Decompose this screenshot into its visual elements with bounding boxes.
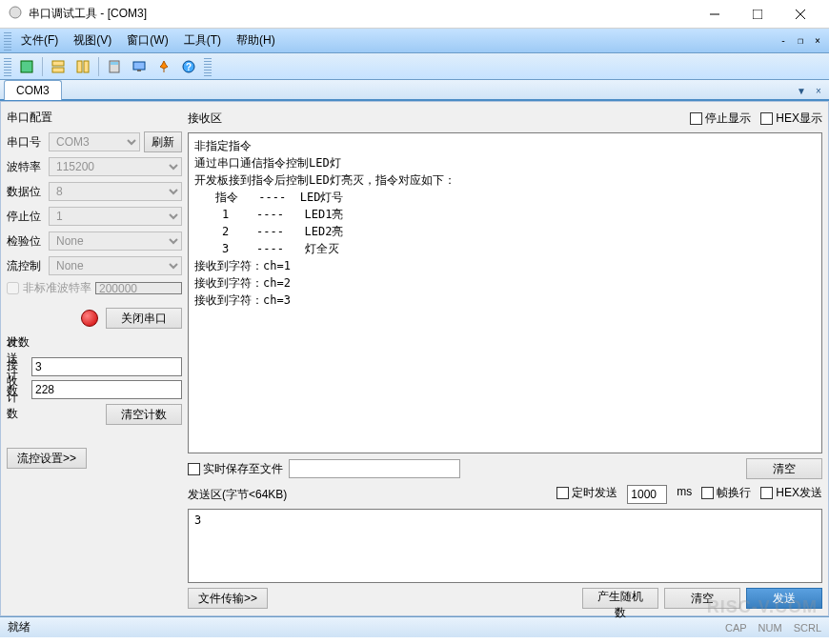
toolbar-calc-icon[interactable] [103, 55, 126, 78]
timed-send-checkbox[interactable]: 定时发送 [556, 485, 617, 504]
tab-dropdown-icon[interactable]: ▼ [795, 84, 808, 97]
svg-rect-7 [52, 68, 64, 72]
file-transfer-button[interactable]: 文件传输>> [188, 588, 268, 609]
port-select[interactable]: COM3 [49, 132, 140, 151]
nonstd-input[interactable] [95, 282, 182, 294]
main-content: 串口配置 串口号 COM3 刷新 波特率 115200 数据位 8 停止位 1 … [0, 101, 829, 616]
svg-rect-9 [84, 61, 89, 72]
svg-rect-8 [77, 61, 82, 72]
toolbar-grip-icon [4, 57, 11, 76]
baud-select[interactable]: 115200 [49, 157, 182, 176]
left-panel: 串口配置 串口号 COM3 刷新 波特率 115200 数据位 8 停止位 1 … [7, 108, 182, 610]
config-title: 串口配置 [7, 108, 182, 128]
toolbar-separator [42, 57, 43, 76]
mdi-close-icon[interactable]: × [810, 33, 825, 49]
recv-clear-button[interactable]: 清空 [746, 458, 822, 479]
status-cap: CAP [725, 622, 747, 634]
baud-label: 波特率 [7, 159, 45, 175]
mdi-restore-icon[interactable]: ❐ [793, 33, 808, 49]
svg-rect-2 [753, 10, 762, 19]
svg-rect-12 [133, 62, 145, 70]
stop-display-checkbox[interactable]: 停止显示 [690, 111, 751, 127]
counts-title: 计数 [7, 332, 182, 352]
ms-label: ms [677, 485, 692, 504]
toolbar-help-icon[interactable]: ? [177, 55, 200, 78]
menu-view[interactable]: 视图(V) [66, 30, 119, 51]
tab-close-icon[interactable]: × [812, 84, 825, 97]
minimize-button[interactable] [693, 1, 736, 28]
flow-label: 流控制 [7, 258, 45, 274]
menu-file[interactable]: 文件(F) [13, 30, 66, 51]
hex-send-checkbox[interactable]: HEX发送 [760, 485, 822, 504]
toolbar-monitor-icon[interactable] [128, 55, 151, 78]
status-scrl: SCRL [794, 622, 821, 634]
flow-settings-button[interactable]: 流控设置>> [7, 448, 87, 469]
toolbar: ? [0, 53, 829, 80]
window-title: 串口调试工具 - [COM3] [29, 6, 693, 22]
hex-display-checkbox[interactable]: HEX显示 [760, 111, 822, 127]
toolbar-grip-end-icon [204, 57, 212, 76]
tab-com3[interactable]: COM3 [4, 80, 62, 100]
maximize-button[interactable] [736, 1, 778, 28]
databits-select[interactable]: 8 [49, 182, 182, 201]
close-port-button[interactable]: 关闭串口 [106, 308, 182, 329]
parity-select[interactable]: None [49, 231, 182, 251]
svg-rect-5 [21, 61, 32, 72]
databits-label: 数据位 [7, 184, 45, 200]
toolbar-tile-h-icon[interactable] [47, 55, 70, 78]
nonstd-checkbox[interactable] [7, 282, 19, 294]
port-label: 串口号 [7, 134, 45, 151]
status-ready: 就绪 [8, 619, 30, 635]
menu-window[interactable]: 窗口(W) [119, 30, 175, 51]
toolbar-tile-v-icon[interactable] [71, 55, 94, 78]
stopbits-label: 停止位 [7, 209, 45, 225]
recv-title: 接收区 [188, 111, 222, 127]
statusbar: 就绪 CAP NUM SCRL [0, 616, 829, 637]
status-num: NUM [758, 622, 782, 634]
frame-wrap-checkbox[interactable]: 帧换行 [701, 485, 751, 504]
app-icon [8, 5, 29, 23]
toolbar-separator [98, 57, 99, 76]
recv-textarea[interactable]: 非指定指令 通过串口通信指令控制LED灯 开发板接到指令后控制LED灯亮灭，指令… [188, 132, 822, 453]
toolbar-new-icon[interactable] [15, 55, 38, 78]
clear-counts-button[interactable]: 清空计数 [106, 404, 182, 425]
svg-rect-6 [52, 61, 64, 66]
mdi-minimize-icon[interactable]: - [776, 33, 791, 49]
close-button[interactable] [778, 1, 821, 28]
send-count-input[interactable] [31, 357, 182, 376]
menu-grip-icon [4, 31, 11, 50]
svg-rect-13 [137, 70, 141, 71]
send-clear-button[interactable]: 清空 [664, 588, 740, 609]
interval-input[interactable] [627, 485, 667, 504]
right-panel: 接收区 停止显示 HEX显示 非指定指令 通过串口通信指令控制LED灯 开发板接… [188, 108, 822, 610]
flow-select[interactable]: None [49, 256, 182, 275]
menu-tools[interactable]: 工具(T) [176, 30, 229, 51]
send-title: 发送区(字节<64KB) [188, 487, 287, 503]
save-file-input[interactable] [289, 459, 460, 478]
send-textarea[interactable] [188, 509, 822, 583]
send-button[interactable]: 发送 [746, 588, 822, 609]
svg-text:?: ? [186, 62, 192, 72]
tab-strip: COM3 ▼ × [0, 80, 829, 101]
stopbits-select[interactable]: 1 [49, 207, 182, 226]
menu-help[interactable]: 帮助(H) [229, 30, 283, 51]
parity-label: 检验位 [7, 233, 45, 250]
refresh-button[interactable]: 刷新 [144, 131, 182, 152]
svg-point-0 [10, 7, 21, 18]
titlebar: 串口调试工具 - [COM3] [0, 0, 829, 29]
svg-rect-11 [111, 62, 118, 65]
recv-count-input[interactable] [31, 380, 182, 399]
gen-random-button[interactable]: 产生随机数 [582, 588, 658, 609]
realtime-save-checkbox[interactable]: 实时保存至文件 [188, 461, 283, 477]
menubar: 文件(F) 视图(V) 窗口(W) 工具(T) 帮助(H) - ❐ × [0, 29, 829, 53]
record-indicator-icon [81, 310, 98, 327]
nonstd-label: 非标准波特率 [23, 280, 91, 296]
toolbar-pin-icon[interactable] [152, 55, 175, 78]
